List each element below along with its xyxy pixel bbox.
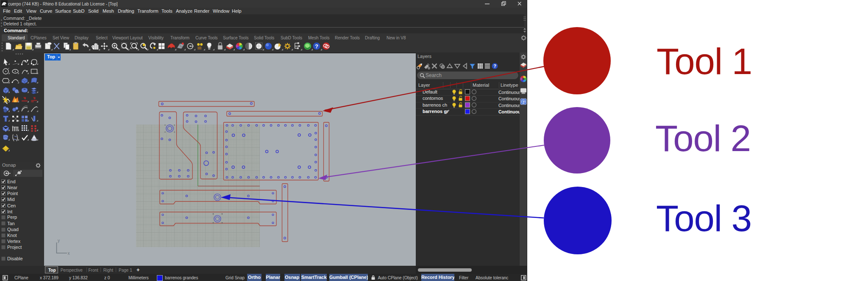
svg-text:Perp: Perp xyxy=(7,215,17,220)
svg-text:Disable: Disable xyxy=(7,256,23,261)
svg-text:Knot: Knot xyxy=(7,233,17,238)
svg-text:Mid: Mid xyxy=(7,197,15,202)
svg-text:Point: Point xyxy=(7,191,18,196)
svg-text:Project: Project xyxy=(7,245,22,250)
svg-text:?: ? xyxy=(315,43,318,50)
svg-text:End: End xyxy=(7,179,16,184)
svg-text:?: ? xyxy=(522,100,525,104)
svg-text:Quad: Quad xyxy=(7,227,19,232)
svg-text:y: y xyxy=(58,238,60,243)
svg-text:Cen: Cen xyxy=(7,203,16,208)
svg-text:?: ? xyxy=(493,63,496,69)
svg-text:Near: Near xyxy=(7,185,17,190)
svg-text:x: x xyxy=(68,251,70,256)
svg-text:Tan: Tan xyxy=(7,221,15,226)
svg-text:Int: Int xyxy=(7,209,12,214)
svg-text:Vertex: Vertex xyxy=(7,239,21,244)
